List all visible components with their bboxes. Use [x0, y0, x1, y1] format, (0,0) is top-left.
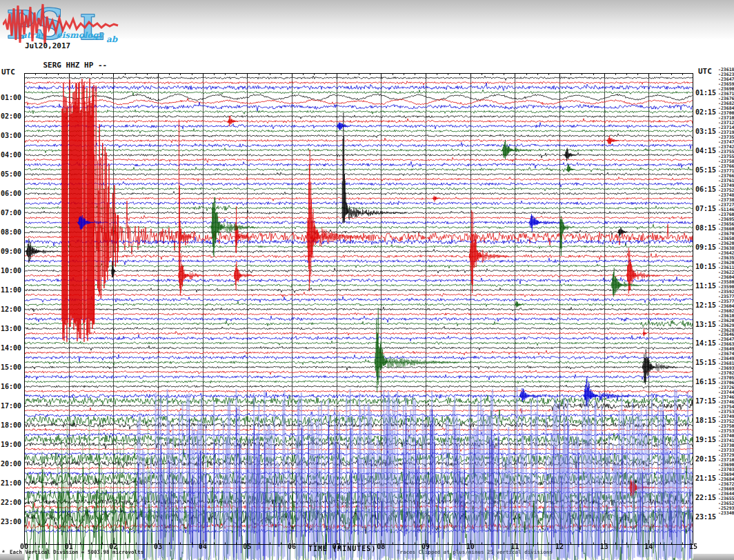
psl-logo: P S L atras eismology ab: [3, 0, 175, 44]
minute-tick-label: 03: [154, 543, 162, 550]
hour-label-right: 07:15: [695, 205, 716, 212]
hour-label-right: 11:15: [695, 282, 716, 290]
hour-label-left: 01:00: [0, 94, 21, 101]
minute-tick-label: 05: [243, 543, 251, 550]
hour-label-left: 17:00: [0, 402, 21, 410]
hour-label-right: 10:15: [695, 263, 716, 270]
hour-label-left: 15:00: [0, 363, 21, 371]
logo-seismic-waveform-icon: [3, 0, 120, 47]
hour-label-left: 19:00: [0, 441, 21, 448]
minute-tick-label: 08: [377, 543, 385, 550]
hour-label-left: 14:00: [0, 344, 21, 352]
minute-tick-label: 14: [644, 543, 653, 550]
hour-label-left: 13:00: [0, 325, 21, 332]
hour-label-right: 01:15: [695, 89, 716, 97]
hour-label-left: 12:00: [0, 306, 21, 313]
hour-label-right: 16:15: [695, 378, 716, 386]
hour-label-right: 02:15: [695, 108, 716, 116]
helicorder-plot: [24, 73, 693, 560]
header-station: SERG HHZ HP --: [43, 61, 108, 70]
hour-label-left: 04:00: [0, 151, 21, 159]
hour-label-right: 20:15: [695, 455, 716, 463]
hour-label-right: 19:15: [695, 436, 716, 443]
hour-label-right: 15:15: [695, 359, 716, 366]
hour-label-left: 08:00: [0, 228, 21, 236]
hour-label-right: 05:15: [695, 166, 716, 174]
hour-label-right: 03:15: [695, 128, 716, 135]
hour-label-left: 03:00: [0, 132, 21, 139]
hour-label-left: 06:00: [0, 190, 21, 197]
utc-label-right: UTC: [698, 67, 712, 76]
hour-label-left: 05:00: [0, 170, 21, 178]
hour-label-right: 12:15: [695, 301, 716, 309]
hour-label-right: 08:15: [695, 224, 716, 232]
footnote-marker: a: [2, 548, 5, 553]
hour-label-right: 17:15: [695, 397, 716, 405]
hour-label-left: 18:00: [0, 421, 21, 429]
helicorder-page: P S L atras eismology ab Jul20,2017 SERG…: [0, 0, 734, 560]
utc-label-left: UTC: [1, 68, 15, 77]
trace-offset-value: -23340: [718, 511, 734, 516]
hour-label-left: 11:00: [0, 286, 21, 294]
hour-label-left: 23:00: [0, 518, 21, 526]
minute-tick-label: 13: [600, 543, 608, 550]
hour-label-right: 09:15: [695, 243, 716, 251]
x-axis-title: TIME (MINUTES): [308, 545, 376, 552]
hour-label-right: 18:15: [695, 417, 716, 424]
hour-label-right: 04:15: [695, 147, 716, 154]
vertical-division-note: Each Vertical Division = 5003.98 microvo…: [10, 549, 143, 555]
header-date: Jul20,2017: [25, 41, 70, 50]
minute-tick-label: 15: [689, 543, 697, 550]
hour-label-right: 14:15: [695, 339, 716, 347]
hour-label-left: 22:00: [0, 499, 21, 506]
minute-tick-label: 12: [555, 543, 564, 550]
hour-label-right: 21:15: [695, 474, 716, 482]
hour-label-right: 06:15: [695, 186, 716, 193]
minute-tick-label: 06: [288, 543, 296, 550]
hour-label-right: 23:15: [695, 513, 716, 521]
hour-label-left: 09:00: [0, 248, 21, 255]
hour-label-left: 07:00: [0, 209, 21, 217]
hour-label-left: 16:00: [0, 383, 21, 390]
hour-label-left: 20:00: [0, 460, 21, 468]
hour-label-right: 22:15: [695, 494, 716, 501]
hour-label-left: 21:00: [0, 479, 21, 487]
minute-tick-label: 04: [199, 543, 207, 550]
hour-label-right: 13:15: [695, 321, 716, 328]
clipped-note: Traces Clipped at plus/minus 25 vertical…: [397, 549, 553, 555]
hour-label-left: 10:00: [0, 267, 21, 274]
hour-label-left: 02:00: [0, 112, 21, 120]
